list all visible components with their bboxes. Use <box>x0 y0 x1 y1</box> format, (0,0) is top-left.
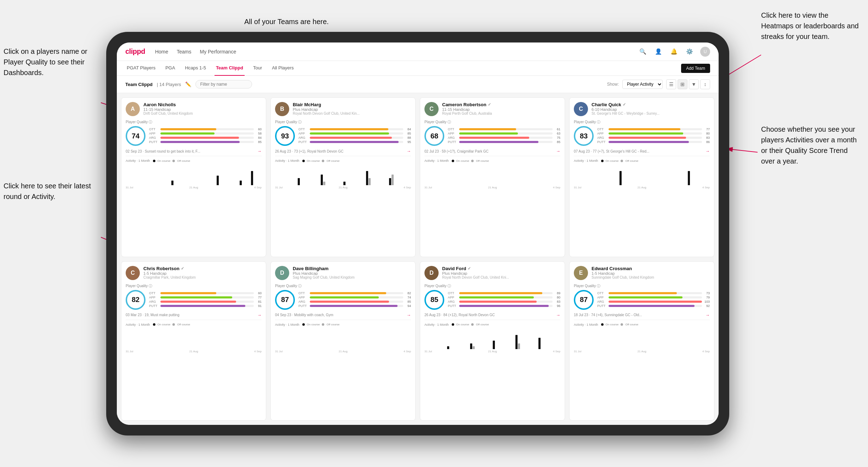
quality-circle[interactable]: 68 <box>424 126 444 146</box>
sort-icon[interactable]: ↕ <box>700 79 710 89</box>
bar-on-8 <box>366 171 368 185</box>
player-name[interactable]: Aaron Nicholls <box>143 102 262 107</box>
bell-icon[interactable]: 🔔 <box>669 47 679 57</box>
stat-row-app: APP 77 <box>149 296 262 299</box>
latest-round[interactable]: 18 Jul 23 · 74 (+4), Sunningdale GC - Ol… <box>574 313 710 320</box>
player-name[interactable]: Edward Crossman <box>592 266 710 271</box>
player-card-2[interactable]: C Cameron Robertson ✓ 11-15 Handicap Roy… <box>420 97 565 257</box>
tablet-screen: clippd Home Teams My Performance 🔍 👤 🔔 ⚙… <box>117 42 719 425</box>
stat-row-arg: ARG 75 <box>448 136 560 139</box>
player-card-7[interactable]: E Edward Crossman 1-5 Handicap Sunningda… <box>569 261 714 421</box>
player-card-3[interactable]: C Charlie Quick ✓ 6-10 Handicap St. Geor… <box>569 97 714 257</box>
latest-round[interactable]: 26 Aug 23 · 73 (+1), Royal North Devon G… <box>275 149 411 156</box>
stat-row-putt: PUTT 85 <box>448 140 560 144</box>
player-club: Drift Golf Club, United Kingdom <box>143 112 262 115</box>
stat-row-app: APP 63 <box>448 132 560 135</box>
quality-section: 74 OTT 60 APP 58 ARG 84 <box>126 126 262 146</box>
round-arrow-icon: → <box>407 149 411 154</box>
player-club: St. George's Hill GC - Weybridge - Surre… <box>592 112 710 115</box>
stat-row-app: APP 80 <box>448 296 560 299</box>
bar-on-10 <box>389 178 391 185</box>
user-avatar[interactable]: U <box>700 47 710 57</box>
activity-chart <box>424 164 560 185</box>
quality-circle[interactable]: 87 <box>275 290 295 310</box>
quality-circle[interactable]: 93 <box>275 126 295 146</box>
quality-section: 82 OTT 60 APP 77 ARG 81 <box>126 290 262 310</box>
search-icon[interactable]: 🔍 <box>638 47 648 57</box>
player-card-1[interactable]: B Blair McHarg Plus Handicap Royal North… <box>270 97 416 257</box>
quality-circle[interactable]: 83 <box>574 126 594 146</box>
round-arrow-icon: → <box>257 313 262 318</box>
subnav-all-players[interactable]: All Players <box>270 61 295 76</box>
latest-round[interactable]: 02 Jul 23 · 59 (+1?), Craigmillar Park G… <box>424 149 560 156</box>
activity-chart <box>275 328 411 349</box>
nav-home[interactable]: Home <box>155 47 168 56</box>
quality-circle[interactable]: 87 <box>574 290 594 310</box>
subnav-team-clippd[interactable]: Team Clippd <box>215 61 245 76</box>
player-name[interactable]: Blair McHarg <box>293 102 411 107</box>
bar-off-10 <box>392 175 394 185</box>
activity-section: Activity · 1 Month On course Off course <box>275 159 411 189</box>
player-handicap: 6-10 Handicap <box>592 107 710 112</box>
quality-label: Player Quality ⓘ <box>275 284 411 289</box>
bar-on-10 <box>538 338 541 349</box>
activity-chart <box>424 328 560 349</box>
player-name[interactable]: Chris Robertson ✓ <box>143 266 262 271</box>
quality-section: 68 OTT 61 APP 63 ARG 75 <box>424 126 560 146</box>
player-avatar: C <box>424 102 439 116</box>
stat-row-ott: OTT 82 <box>298 291 411 295</box>
latest-round[interactable]: 03 Mar 23 · 19, Must make putting → <box>126 313 262 320</box>
latest-round[interactable]: 02 Sep 23 · Sunset round to get back int… <box>126 149 262 156</box>
stat-row-arg: ARG 88 <box>298 136 411 139</box>
settings-icon[interactable]: ⚙️ <box>685 47 695 57</box>
annotation-players-name: Click on a players name or Player Qualit… <box>4 46 96 78</box>
annotation-teams: All of your Teams are here. <box>244 16 329 27</box>
user-icon[interactable]: 👤 <box>653 47 663 57</box>
edit-icon[interactable]: ✏️ <box>185 81 191 87</box>
latest-round[interactable]: 07 Aug 23 · 77 (+7), St George's Hill GC… <box>574 149 710 156</box>
nav-teams[interactable]: Teams <box>177 47 191 56</box>
add-team-button[interactable]: Add Team <box>681 64 710 73</box>
latest-round[interactable]: 26 Aug 23 · 84 (+12), Royal North Devon … <box>424 313 560 320</box>
latest-round[interactable]: 04 Sep 23 · Mobility with coach, Gym → <box>275 313 411 320</box>
nav-performance[interactable]: My Performance <box>200 47 236 56</box>
round-arrow-icon: → <box>556 149 560 154</box>
list-view-icon[interactable]: ☰ <box>666 79 676 89</box>
player-name[interactable]: Dave Billingham <box>293 266 411 271</box>
player-name[interactable]: David Ford ✓ <box>442 266 560 271</box>
subnav-pgat[interactable]: PGAT Players <box>125 61 157 76</box>
grid-view-icon[interactable]: ⊞ <box>678 79 687 89</box>
quality-section: 85 OTT 89 APP 80 ARG 83 <box>424 290 560 310</box>
team-search-input[interactable] <box>195 80 252 89</box>
quality-circle[interactable]: 82 <box>126 290 145 310</box>
on-course-dot <box>153 160 155 162</box>
player-card-6[interactable]: D David Ford ✓ Plus Handicap Royal North… <box>420 261 565 421</box>
show-label: Show: <box>607 82 619 87</box>
quality-circle[interactable]: 74 <box>126 126 145 146</box>
activity-section: Activity · 1 Month On course Off course <box>275 323 411 353</box>
player-handicap: 11-15 Handicap <box>442 107 560 112</box>
app-brand[interactable]: clippd <box>125 47 145 56</box>
player-card-0[interactable]: A Aaron Nicholls 11-15 Handicap Drift Go… <box>121 97 266 257</box>
player-card-4[interactable]: C Chris Robertson ✓ 1-5 Handicap Craigmi… <box>121 261 266 421</box>
show-select[interactable]: Player Activity Quality Trend <box>622 80 663 89</box>
stat-row-putt: PUTT 91 <box>149 304 262 308</box>
player-name[interactable]: Cameron Robertson ✓ <box>442 102 560 107</box>
quality-circle[interactable]: 85 <box>424 290 444 310</box>
verified-icon: ✓ <box>468 266 471 271</box>
on-course-dot <box>452 160 454 162</box>
player-avatar: A <box>126 102 140 116</box>
navbar-items: Home Teams My Performance <box>155 47 628 56</box>
player-name[interactable]: Charlie Quick ✓ <box>592 102 710 107</box>
off-course-dot <box>471 323 474 326</box>
subnav-pga[interactable]: PGA <box>164 61 176 76</box>
subnav-tour[interactable]: Tour <box>252 61 263 76</box>
quality-label: Player Quality ⓘ <box>424 120 560 125</box>
team-count: | 14 Players <box>157 82 181 87</box>
activity-section: Activity · 1 Month On course Off course <box>424 159 560 189</box>
player-club: Sunningdale Golf Club, United Kingdom <box>592 275 710 279</box>
filter-icon[interactable]: ▼ <box>689 79 699 89</box>
on-course-dot <box>302 160 305 162</box>
player-card-5[interactable]: D Dave Billingham Plus Handicap Sag Magi… <box>270 261 416 421</box>
subnav-hcaps[interactable]: Hcaps 1-5 <box>184 61 207 76</box>
